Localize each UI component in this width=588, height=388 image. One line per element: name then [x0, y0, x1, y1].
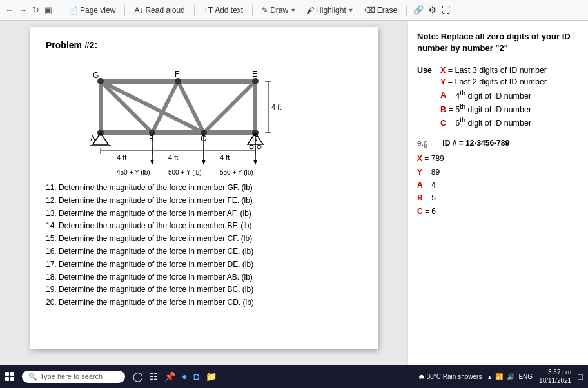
document-area: Problem #2: — [0, 21, 407, 365]
highlight-button[interactable]: 🖌 Highlight ▼ — [304, 5, 357, 16]
main-content: Problem #2: — [0, 21, 588, 365]
use-section: Use X = Last 3 digits of ID number Y = L… — [417, 66, 579, 127]
language-label: ENG — [518, 373, 533, 380]
example-var-b: B — [417, 193, 423, 202]
read-aloud-button[interactable]: A↓ Read aloud — [132, 5, 187, 16]
use-label: Use — [417, 66, 435, 75]
load-c-label: 500 + Y (lb) — [168, 169, 202, 176]
system-icons: ▴ 📶 🔊 ENG — [488, 373, 533, 380]
clock: 3:57 pm 18/11/2021 — [539, 368, 571, 385]
use-def-b-text: = 5th digit of ID number — [449, 105, 532, 114]
volume-icon[interactable]: 🔊 — [507, 373, 514, 380]
question-19: 19. Determine the magnitude of the force… — [46, 284, 362, 296]
truss-diagram: G F E A B C D 4 ft — [46, 55, 362, 178]
fullscreen-icon[interactable]: ⛶ — [442, 5, 450, 15]
settings-icon[interactable]: ⚙ — [429, 5, 436, 15]
back-icon[interactable]: ← — [5, 5, 14, 15]
truss-svg: G F E A B C D 4 ft — [81, 55, 326, 178]
load-b-label: 450 + Y (lb) — [117, 169, 150, 176]
questions-list: 11. Determine the magnitude of the force… — [46, 182, 362, 309]
use-row-b: B = 5th digit of ID number — [417, 103, 579, 114]
taskbar-search-box[interactable]: 🔍 Type here to search — [22, 371, 125, 383]
erase-button[interactable]: ⌫ Erase — [362, 5, 400, 16]
highlight-label: Highlight — [316, 6, 346, 15]
example-x-row: X = 789 — [417, 152, 579, 165]
read-aloud-label: Read aloud — [145, 6, 184, 15]
example-x-val: = 789 — [424, 154, 444, 163]
view-icon[interactable]: ▣ — [44, 5, 52, 15]
browser-icon[interactable]: ● — [182, 371, 187, 382]
question-16: 16. Determine the magnitude of the force… — [46, 246, 362, 258]
roller-d-right — [257, 145, 261, 149]
node-e — [252, 78, 259, 84]
use-row-y: Y = Last 2 digits of ID number — [417, 77, 579, 86]
use-def-y: Y = Last 2 digits of ID number — [440, 77, 547, 86]
dim-4ft-ab-label: 4 ft — [117, 153, 126, 161]
wifi-icon: 📶 — [495, 373, 503, 380]
add-text-button[interactable]: +T Add text — [201, 5, 246, 16]
toolbar-separator-5 — [406, 5, 407, 16]
roller-d-left — [250, 145, 253, 149]
refresh-icon[interactable]: ↻ — [32, 5, 39, 15]
erase-label: Erase — [377, 6, 397, 15]
load-b-arrowhead — [150, 160, 154, 165]
network-icon[interactable]: ▴ — [488, 373, 491, 380]
highlight-arrow-icon: ▼ — [348, 7, 354, 14]
example-b-row: B = 5 — [417, 191, 579, 204]
start-button[interactable] — [5, 372, 14, 381]
page-view-label: Page view — [80, 6, 115, 15]
var-b: B — [440, 105, 446, 114]
windows-icon — [5, 372, 14, 381]
var-x: X — [440, 66, 446, 75]
example-c-row: C = 6 — [417, 205, 579, 218]
load-c-arrowhead — [202, 160, 206, 165]
toolbar: ← → ↻ ▣ 📄 Page view A↓ Read aloud +T Add… — [0, 0, 588, 21]
draw-icon: ✎ — [262, 6, 268, 15]
toolbar-separator-2 — [124, 5, 125, 16]
share-icon[interactable]: 🔗 — [413, 5, 424, 15]
page-view-button[interactable]: 📄 Page view — [66, 5, 118, 16]
draw-button[interactable]: ✎ Draw ▼ — [259, 5, 299, 16]
edge-icon[interactable]: ◘ — [193, 371, 199, 382]
example-a-val: = 4 — [425, 180, 436, 189]
use-def-x: X = Last 3 digits of ID number — [440, 66, 547, 75]
question-18: 18. Determine the magnitude of the force… — [46, 271, 362, 284]
example-section: e.g., ID # = 12-3456-789 X = 789 Y = 89 … — [417, 137, 579, 218]
pin-icon[interactable]: 📌 — [164, 371, 175, 382]
use-def-a-text: = 4th digit of ID number — [449, 92, 532, 101]
question-14: 14. Determine the magnitude of the force… — [46, 220, 362, 233]
example-var-a: A — [417, 180, 423, 189]
var-c: C — [440, 119, 446, 128]
document-page: Problem #2: — [30, 27, 378, 349]
question-20: 20. Determine the magnitude of the force… — [46, 296, 362, 309]
label-g: G — [93, 71, 99, 80]
dim-4ft-vertical-label: 4 ft — [271, 103, 281, 111]
toolbar-separator-3 — [194, 5, 195, 16]
taskview-icon[interactable]: ☷ — [150, 371, 158, 382]
example-var-c: C — [417, 207, 423, 216]
search-icon: 🔍 — [28, 373, 37, 381]
example-var-x: X — [417, 154, 422, 163]
page-view-icon: 📄 — [68, 6, 78, 15]
note-box: Note: Replace all zero digits of your ID… — [417, 31, 579, 54]
question-12: 12. Determine the magnitude of the force… — [46, 195, 362, 208]
add-text-icon: +T — [204, 6, 213, 15]
cortana-icon[interactable]: ◯ — [133, 371, 143, 382]
example-intro: e.g., — [417, 137, 432, 150]
example-var-y: Y — [417, 168, 422, 177]
files-icon[interactable]: 📁 — [206, 371, 217, 382]
forward-icon[interactable]: → — [19, 5, 27, 15]
load-d-label: 550 + Y (lb) — [220, 169, 253, 176]
question-17: 17. Determine the magnitude of the force… — [46, 258, 362, 271]
draw-label: Draw — [270, 6, 288, 15]
use-def-y-text: = Last 2 digits of ID number — [448, 77, 547, 86]
use-row-a: A = 4th digit of ID number — [417, 89, 579, 100]
load-d-arrowhead — [253, 160, 257, 165]
use-row-x: Use X = Last 3 digits of ID number — [417, 66, 579, 75]
taskbar-apps: ◯ ☷ 📌 ● ◘ 📁 — [133, 371, 217, 382]
label-e: E — [252, 70, 257, 79]
notification-icon[interactable]: □ — [578, 372, 583, 382]
node-f — [175, 78, 181, 84]
label-f: F — [175, 70, 179, 79]
weather-display: 🌧 30°C Rain showers — [418, 373, 482, 380]
